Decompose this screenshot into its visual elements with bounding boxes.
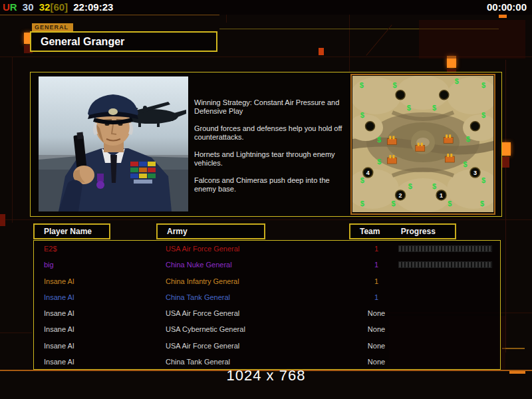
svg-text:$: $ xyxy=(464,160,467,168)
player-team: None xyxy=(353,358,400,366)
ribbon-rack xyxy=(130,162,156,184)
general-title-box: General Granger xyxy=(30,31,217,52)
table-row: E2$ USA Air Force General 1 xyxy=(34,241,500,257)
frame-cap: [60] xyxy=(50,0,68,14)
general-portrait xyxy=(39,76,188,211)
player-table: E2$ USA Air Force General 1 big China Nu… xyxy=(33,240,501,370)
player-name: Insane AI xyxy=(44,309,74,317)
player-team: None xyxy=(353,342,400,350)
svg-text:1: 1 xyxy=(440,192,443,199)
header-progress-label: Progress xyxy=(401,227,436,236)
game-timer: 00:00:00 xyxy=(487,0,527,14)
svg-text:$: $ xyxy=(377,158,381,166)
player-army: USA Cybernetic General xyxy=(166,325,245,333)
table-row: Insane AI China Tank General 1 xyxy=(34,289,500,305)
header-player-label: Player Name xyxy=(44,227,92,236)
table-row: Insane AI China Infantry General 1 xyxy=(34,273,500,289)
svg-text:$: $ xyxy=(481,176,485,184)
svg-text:$: $ xyxy=(360,81,364,89)
svg-text:$: $ xyxy=(360,176,364,184)
svg-text:$: $ xyxy=(393,81,397,89)
header-army-label: Army xyxy=(167,227,188,236)
svg-text:$: $ xyxy=(360,111,364,119)
player-army: China Tank General xyxy=(166,358,230,366)
minimap: 1234$$$$$$$$$$$$$$$$$$$$ xyxy=(350,74,495,215)
svg-text:$: $ xyxy=(407,104,411,112)
svg-text:3: 3 xyxy=(473,170,477,176)
player-army: China Infantry General xyxy=(166,277,239,285)
svg-text:$: $ xyxy=(481,81,485,89)
session-clock: 22:09:23 xyxy=(73,0,113,14)
player-team: None xyxy=(353,309,400,317)
svg-text:$: $ xyxy=(448,200,452,207)
svg-text:2: 2 xyxy=(399,192,402,199)
table-row: Insane AI USA Air Force General None xyxy=(34,338,500,354)
player-name: big xyxy=(44,261,54,269)
table-row: Insane AI USA Air Force General None xyxy=(34,305,500,321)
player-team: None xyxy=(353,325,400,333)
fps-value: 30 xyxy=(23,0,34,14)
strategy-line: Ground forces and defenses help you hold… xyxy=(194,124,347,142)
player-name: Insane AI xyxy=(44,325,74,333)
stat-label-r: R xyxy=(10,0,17,14)
frame-counter: 32 xyxy=(39,0,51,14)
svg-text:$: $ xyxy=(360,200,364,207)
player-army: USA Air Force General xyxy=(166,245,239,253)
header-team-label: Team xyxy=(360,227,380,236)
player-army: China Tank General xyxy=(166,293,230,301)
stat-label-u: U xyxy=(3,0,10,14)
svg-text:$: $ xyxy=(432,182,436,190)
svg-text:$: $ xyxy=(408,182,412,190)
header-army: Army xyxy=(156,223,265,239)
purple-heart-medal xyxy=(96,174,104,189)
game-lobby-screen: UR 30 32[60] 22:09:23 00:00:00 GENERAL G… xyxy=(0,0,532,399)
player-name: Insane AI xyxy=(44,358,74,366)
table-row: big China Nuke General 1 xyxy=(34,257,500,273)
progress-bar xyxy=(398,245,492,252)
general-name: General Granger xyxy=(41,36,216,48)
player-team: 1 xyxy=(353,245,400,253)
table-row: Insane AI USA Cybernetic General None xyxy=(34,321,500,337)
player-army: China Nuke General xyxy=(166,261,232,269)
player-name: Insane AI xyxy=(44,293,74,301)
player-army: USA Air Force General xyxy=(166,309,239,317)
player-army: USA Air Force General xyxy=(166,342,239,350)
player-team: 1 xyxy=(353,261,400,269)
strategy-line: Falcons and Chimeras push deep into the … xyxy=(194,176,347,194)
player-name: Insane AI xyxy=(44,277,74,285)
svg-text:$: $ xyxy=(432,104,436,112)
header-player-name: Player Name xyxy=(33,223,110,239)
strategy-line: Hornets and Lightnings tear through enem… xyxy=(194,150,347,168)
svg-text:$: $ xyxy=(466,135,470,143)
player-name: E2$ xyxy=(44,245,57,253)
svg-text:$: $ xyxy=(481,111,485,119)
svg-text:$: $ xyxy=(391,200,395,207)
player-team: 1 xyxy=(353,277,400,285)
header-team-progress: Team Progress xyxy=(349,223,456,239)
resolution-label: 1024 x 768 xyxy=(0,367,532,384)
svg-text:$: $ xyxy=(377,136,381,144)
progress-bar xyxy=(398,261,492,268)
svg-text:4: 4 xyxy=(366,170,370,176)
strategy-line: Winning Strategy: Constant Air Pressure … xyxy=(194,98,347,116)
player-name: Insane AI xyxy=(44,342,74,350)
svg-text:$: $ xyxy=(480,200,484,207)
top-status-bar: UR 30 32[60] 22:09:23 00:00:00 xyxy=(0,0,532,15)
svg-text:$: $ xyxy=(455,77,459,85)
strategy-text: Winning Strategy: Constant Air Pressure … xyxy=(194,98,347,202)
player-team: 1 xyxy=(353,293,400,301)
